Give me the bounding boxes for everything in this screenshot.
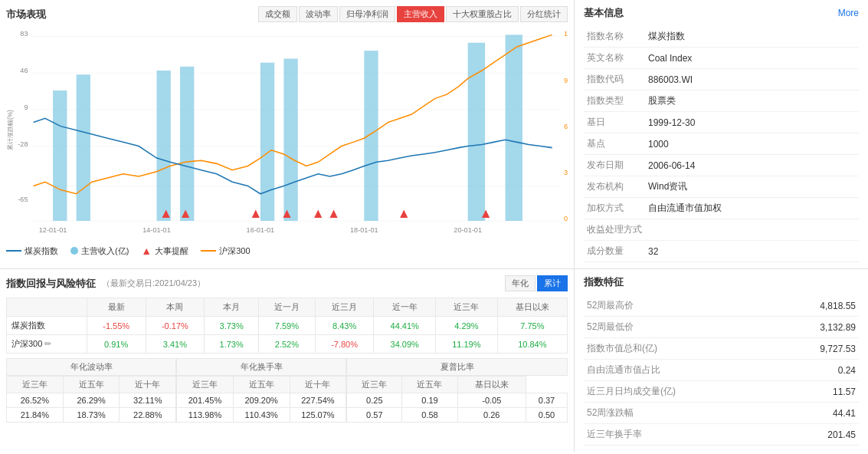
sub-val-xp-r2c3: 0.26 [457, 408, 526, 423]
sub-val-hs-r1c1: 201.45% [177, 393, 234, 408]
svg-rect-26 [260, 63, 274, 221]
char-value-52zhangdie: 44.41 [775, 403, 859, 424]
return-name-hushen300: 沪深300 ✏ [7, 335, 87, 354]
sub-val-hs-r1c2: 209.20% [233, 393, 290, 408]
tab-chengjiaoe[interactable]: 成交额 [258, 6, 297, 22]
info-value-jiri: 1999-12-30 [645, 112, 859, 133]
chart-svg: 83 46 9 -28 -65 12k 9k 6k 3k 0 累计涨跌幅(%) [6, 27, 568, 242]
more-link[interactable]: More [838, 8, 859, 18]
sub-table-huanshoulu-table: 近三年 近五年 近十年 201.45% 209.20% 227.54% [176, 376, 346, 423]
info-value-fabujigou: Wind资讯 [645, 176, 859, 198]
legend-zhuyingshouru: 主营收入(亿) [70, 245, 129, 257]
sub-table-xiapubilv-table: 近三年 近五年 基日以来 0.25 0.19 -0.05 0.37 [346, 376, 568, 423]
bottom-row: 指数回报与风险特征 （最新交易日:2021/04/23） 年化 累计 最新 本周… [0, 269, 868, 452]
info-label-faburiqi: 发布日期 [584, 155, 645, 176]
sub-col-jinshinian-xp: 基日以来 [457, 377, 526, 393]
tab-guimu[interactable]: 归母净利润 [339, 6, 395, 22]
info-label-jidian: 基点 [584, 133, 645, 155]
tab-zhuyingshouru[interactable]: 主营收入 [397, 6, 444, 22]
tab-bar: 成交额 波动率 归母净利润 主营收入 十大权重股占比 分红统计 [258, 6, 568, 22]
sub-val-bd-r1c1: 26.52% [7, 393, 64, 408]
char-label-ziyou: 自由流通市值占比 [584, 360, 775, 381]
tab-shida[interactable]: 十大权重股占比 [446, 6, 519, 22]
svg-rect-23 [77, 74, 90, 221]
char-table: 52周最高价 4,818.55 52周最低价 3,132.89 指数市值总和(亿… [584, 295, 859, 446]
info-row-jiri: 基日 1999-12-30 [584, 112, 859, 133]
sub-col-jinsannian-bd: 近三年 [7, 377, 64, 393]
sub-val-xp-r1c3: -0.05 [457, 393, 526, 408]
info-label-fabujigou: 发布机构 [584, 176, 645, 198]
svg-rect-25 [180, 67, 194, 221]
return-risk-title: 指数回报与风险特征 [6, 277, 96, 291]
sub-header-xiapubilv: 近三年 近五年 基日以来 [347, 377, 568, 393]
sub-header-bodonglu: 近三年 近五年 近十年 [7, 377, 176, 393]
info-label-yingwenmincheng: 英文名称 [584, 48, 645, 69]
basic-info-title: 基本信息 [584, 6, 624, 20]
svg-marker-33 [252, 210, 260, 218]
sub-val-bd-r2c2: 18.73% [63, 408, 120, 423]
sub-row1-xiapubilv: 0.25 0.19 -0.05 0.37 [347, 393, 568, 408]
info-row-jidian: 基点 1000 [584, 133, 859, 155]
return-table-header-row: 最新 本周 本月 近一月 近三月 近一年 近三年 基日以来 [7, 298, 568, 317]
sub-val-hs-r2c2: 110.43% [233, 408, 290, 423]
index-char-panel: 指数特征 52周最高价 4,818.55 52周最低价 3,132.89 指数市… [575, 269, 868, 452]
svg-text:6k: 6k [564, 123, 568, 130]
sub-val-bd-r2c3: 22.88% [120, 408, 176, 423]
info-label-zhishudaima: 指数代码 [584, 69, 645, 90]
toggle-cumulative[interactable]: 累计 [537, 275, 568, 291]
index-char-title: 指数特征 [584, 275, 859, 289]
svg-text:9: 9 [24, 104, 28, 111]
sub-col-jinsannian-xp: 近三年 [347, 377, 402, 393]
sub-title-bodonglu: 年化波动率 [6, 358, 176, 376]
tab-bodonglu[interactable]: 波动率 [299, 6, 338, 22]
top-row: 市场表现 成交额 波动率 归母净利润 主营收入 十大权重股占比 分红统计 83 … [0, 0, 868, 269]
svg-marker-37 [400, 210, 408, 218]
tab-fenhong[interactable]: 分红统计 [520, 6, 568, 22]
char-label-chengjiaoliang: 近三月日均成交量(亿) [584, 381, 775, 403]
sub-row2-xiapubilv: 0.57 0.58 0.26 0.50 [347, 408, 568, 423]
char-value-chengjiaoliang: 11.57 [775, 381, 859, 403]
svg-text:18-01-01: 18-01-01 [350, 225, 378, 233]
sub-val-bd-r1c3: 32.11% [120, 393, 176, 408]
edit-icon[interactable]: ✏ [44, 339, 51, 348]
info-table: 指数名称 煤炭指数 英文名称 Coal Index 指数代码 886003.WI… [584, 26, 859, 262]
svg-rect-22 [53, 90, 67, 221]
svg-rect-29 [468, 43, 485, 221]
sub-col-jinwunian-hs: 近五年 [233, 377, 290, 393]
sub-val-xp-r1c2: 0.19 [402, 393, 457, 408]
svg-text:16-01-01: 16-01-01 [247, 225, 275, 233]
info-value-shoyifangshi [645, 219, 859, 241]
info-label-chengfenshuliang: 成分数量 [584, 241, 645, 262]
sub-col-jinwunian-xp: 近五年 [402, 377, 457, 393]
char-row-52high: 52周最高价 4,818.55 [584, 295, 859, 317]
col-jinyiyue: 近一月 [259, 298, 316, 317]
annualize-toggle: 年化 累计 [505, 275, 568, 291]
legend-triangle-red: ▲ [141, 245, 152, 257]
return-val-jinyinian-hushen: 34.09% [374, 335, 436, 354]
legend-meitanzhishu: 煤炭指数 [6, 245, 58, 257]
market-panel: 市场表现 成交额 波动率 归母净利润 主营收入 十大权重股占比 分红统计 83 … [0, 0, 575, 268]
return-val-jinyiyue-hushen: 2.52% [259, 335, 316, 354]
return-val-jinsannian-hushen: 11.19% [436, 335, 498, 354]
info-row-zhishudaima: 指数代码 886003.WI [584, 69, 859, 90]
svg-marker-35 [314, 210, 322, 218]
char-value-shizhi: 9,727.53 [775, 338, 859, 360]
svg-rect-27 [283, 58, 297, 221]
char-label-52zhangdie: 52周涨跌幅 [584, 403, 775, 424]
info-value-jiaquanfangshi: 自由流通市值加权 [645, 198, 859, 219]
info-label-zhishumincheng: 指数名称 [584, 26, 645, 48]
toggle-annualize[interactable]: 年化 [505, 275, 536, 291]
sub-col-jinshinian-bd: 近十年 [120, 377, 176, 393]
char-row-huanshoulv: 近三年换手率 201.45 [584, 424, 859, 446]
sub-table-bodonglu: 年化波动率 近三年 近五年 近十年 26.52% [6, 358, 176, 423]
return-val-zuixin-meitan: -1.55% [87, 317, 146, 335]
svg-text:12-01-01: 12-01-01 [39, 225, 67, 233]
char-label-huanshoulv: 近三年换手率 [584, 424, 775, 446]
info-value-zhishumincheng: 煤炭指数 [645, 26, 859, 48]
sub-row2-bodonglu: 21.84% 18.73% 22.88% [7, 408, 176, 423]
sub-val-xp-r1c4: 0.37 [526, 393, 567, 408]
legend-line-blue [6, 250, 21, 252]
info-value-jidian: 1000 [645, 133, 859, 155]
legend-label-dashitijing: 大事提醒 [155, 245, 188, 257]
info-value-faburiqi: 2006-06-14 [645, 155, 859, 176]
